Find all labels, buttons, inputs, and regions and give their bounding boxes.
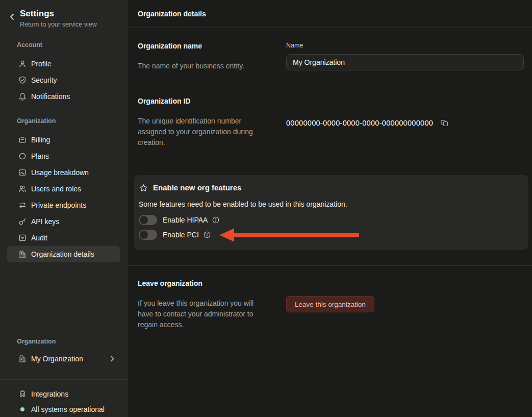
leave-description: If you leave this organization you will … [138,298,265,330]
integrations-link[interactable]: Integrations [7,386,120,402]
sidebar-item-notifications[interactable]: Notifications [7,88,120,105]
org-id-heading: Organization ID [138,97,265,106]
org-name-field-block: Name [286,42,524,71]
account-nav: Profile Security Notifications [0,56,127,105]
sidebar-item-private-endpoints[interactable]: Private endpoints [7,197,120,213]
copy-button[interactable] [440,118,449,128]
shield-icon [18,76,27,85]
section-label-organization: Organization [0,117,127,125]
org-details-section: Organization name The name of your busin… [128,28,532,162]
sidebar-item-label: Plans [31,152,49,160]
sidebar-item-users-and-roles[interactable]: Users and roles [7,181,120,197]
sidebar-item-label: Users and roles [31,185,81,193]
audit-icon [18,233,27,242]
copy-icon [440,118,449,128]
org-id-info: Organization ID The unique identificatio… [138,97,265,148]
hipaa-toggle-row: Enable HIPAA [139,215,520,225]
main-content: Organization details Organization name T… [128,0,532,417]
settings-app: Settings Return to your service view Acc… [0,0,532,417]
page-title: Organization details [138,10,206,18]
sidebar-title-block: Settings Return to your service view [20,8,97,29]
page-header: Organization details [128,0,532,28]
org-id-description: The unique identification number assigne… [138,116,265,148]
sidebar-item-billing[interactable]: Billing [7,132,120,148]
features-card: Enable new org features Some features ne… [134,175,528,250]
features-card-header: Enable new org features [139,183,520,193]
sidebar-header: Settings Return to your service view [0,0,127,29]
sidebar-item-label: Usage breakdown [31,168,89,177]
hipaa-toggle-label: Enable HIPAA [163,216,208,224]
org-name-row: Organization name The name of your busin… [138,42,524,71]
sidebar-item-audit[interactable]: Audit [7,230,120,246]
chart-icon [18,168,27,177]
sidebar-subtitle[interactable]: Return to your service view [20,20,97,29]
status-dot-icon [18,405,27,414]
sidebar-item-label: Profile [31,60,52,68]
integrations-label: Integrations [31,390,68,398]
org-switcher-label: Organization [7,338,120,346]
org-id-value: 00000000-0000-0000-0000-000000000000 [286,119,433,127]
user-icon [18,59,27,68]
sidebar-item-organization-details[interactable]: Organization details [7,246,120,262]
org-id-value-block: 00000000-0000-0000-0000-000000000000 [286,97,524,148]
features-description: Some features need to be enabled to be u… [139,200,520,209]
leave-heading: Leave organization [138,279,265,288]
org-switcher[interactable]: My Organization [7,351,120,367]
features-band: Enable new org features Some features ne… [128,162,532,265]
status-label: All systems operational [31,405,105,413]
sidebar-item-usage-breakdown[interactable]: Usage breakdown [7,164,120,181]
chevron-right-icon [109,355,116,362]
sidebar-item-label: Private endpoints [31,201,86,209]
sidebar-item-security[interactable]: Security [7,72,120,88]
sidebar-footer: Integrations All systems operational [0,379,127,417]
features-heading: Enable new org features [153,183,241,193]
info-icon[interactable] [203,231,211,239]
org-name-input[interactable] [286,54,524,70]
sidebar-title: Settings [20,8,97,19]
org-name-heading: Organization name [138,42,265,51]
sidebar-item-label: API keys [31,217,59,226]
key-icon [18,217,27,226]
section-label-account: Account [0,41,127,49]
sidebar-item-label: Notifications [31,92,70,101]
system-status-link[interactable]: All systems operational [7,402,120,417]
sidebar-item-label: Organization details [31,250,94,258]
pci-toggle-label: Enable PCI [163,231,199,239]
sidebar-item-label: Audit [31,234,47,242]
red-arrow-annotation [219,228,359,242]
users-icon [18,184,27,193]
building-icon [18,354,27,363]
building-icon [18,250,27,259]
puzzle-icon [18,389,27,399]
star-icon [139,183,148,193]
leave-organization-section: Leave organization If you leave this org… [128,265,532,330]
info-icon[interactable] [212,216,220,224]
pci-toggle[interactable] [139,230,157,240]
sidebar-item-api-keys[interactable]: API keys [7,213,120,230]
sidebar-item-label: Security [31,76,57,84]
org-name-info: Organization name The name of your busin… [138,42,265,71]
pci-toggle-row: Enable PCI [139,230,520,240]
billing-icon [18,135,27,144]
org-switcher-value: My Organization [31,355,83,363]
leave-row: Leave organization If you leave this org… [138,279,524,330]
org-name-description: The name of your business entity. [138,61,265,71]
name-field-label: Name [286,42,524,50]
sidebar-bottom: Organization My Organization [0,338,127,367]
sidebar-spacer [0,262,127,338]
leave-info: Leave organization If you leave this org… [138,279,265,330]
sidebar-item-profile[interactable]: Profile [7,56,120,72]
leave-action-block: Leave this organization [286,279,524,330]
arrows-icon [18,201,27,210]
hipaa-toggle[interactable] [139,215,157,225]
sidebar-item-plans[interactable]: Plans [7,148,120,164]
settings-sidebar: Settings Return to your service view Acc… [0,0,128,417]
leave-organization-button[interactable]: Leave this organization [286,296,374,312]
org-id-row: Organization ID The unique identificatio… [138,97,524,148]
organization-nav: Billing Plans Usage breakdown Users and … [0,132,127,262]
circle-icon [18,152,27,161]
bell-icon [18,92,27,101]
back-chevron-icon[interactable] [8,13,16,21]
sidebar-item-label: Billing [31,136,50,144]
